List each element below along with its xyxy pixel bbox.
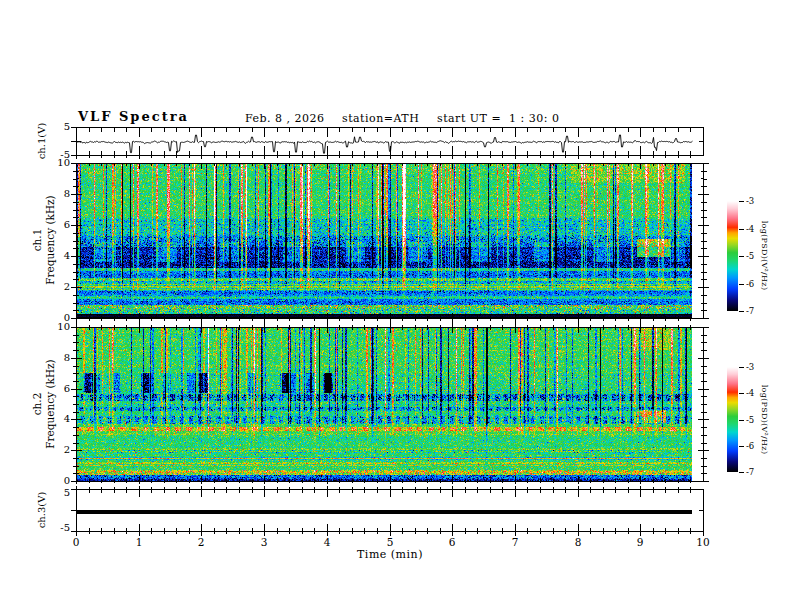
- ch3-waveform-canvas: [76, 489, 704, 532]
- colorbar-tick: [739, 284, 744, 285]
- colorbar-ch1: [727, 201, 738, 311]
- ch1-spectrogram-canvas: [76, 163, 704, 319]
- colorbar-ch1-title: log(PSD)(V²/Hz): [759, 196, 770, 316]
- colorbar-tick: [739, 446, 744, 447]
- colorbar-tick: [739, 201, 744, 202]
- colorbar-tick: [739, 256, 744, 257]
- colorbar-tick: [739, 393, 744, 394]
- colorbar-ch2-title: log(PSD)(V²/Hz): [759, 360, 770, 480]
- colorbar-tick: [739, 311, 744, 312]
- colorbar-tick: [739, 420, 744, 421]
- colorbar-tick: [739, 472, 744, 473]
- ch1-waveform-canvas: [76, 127, 704, 156]
- colorbar-tick: [739, 367, 744, 368]
- ch2-spectrogram-canvas: [76, 327, 704, 482]
- colorbar-tick: [739, 229, 744, 230]
- colorbar-ch2: [727, 367, 738, 472]
- vlf-spectra-figure: VLF Spectra Feb. 8 , 2026 station=ATH st…: [0, 0, 792, 612]
